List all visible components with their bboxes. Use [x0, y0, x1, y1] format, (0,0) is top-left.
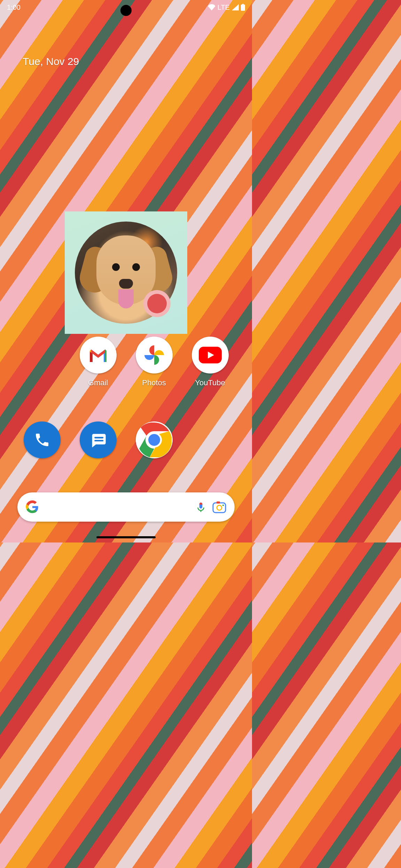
date-text: Tue, Nov 29 [23, 56, 79, 67]
dock-chrome[interactable] [136, 421, 173, 458]
dock-messages[interactable] [80, 421, 117, 458]
signal-icon [232, 4, 239, 10]
dock-phone[interactable] [24, 421, 61, 458]
nav-handle[interactable] [96, 536, 156, 538]
app-photos[interactable]: Photos [133, 337, 175, 387]
status-right: LTE [208, 3, 245, 11]
camera-lens-icon[interactable] [212, 501, 226, 513]
mic-icon[interactable] [195, 501, 207, 513]
messages-icon [89, 431, 107, 449]
status-bar: 1:00 LTE [0, 0, 252, 15]
search-bar[interactable] [17, 492, 235, 522]
svg-point-11 [222, 505, 224, 506]
chrome-icon [137, 423, 172, 457]
photos-icon [136, 337, 173, 373]
svg-rect-1 [242, 4, 244, 5]
phone-icon [34, 432, 50, 448]
battery-icon [241, 4, 245, 11]
app-gmail[interactable]: Gmail [77, 337, 119, 387]
google-logo-icon [26, 500, 39, 514]
svg-rect-0 [241, 5, 245, 11]
wifi-icon [208, 4, 215, 10]
svg-point-7 [148, 434, 160, 446]
contact-widget[interactable] [65, 211, 187, 334]
app-youtube[interactable]: YouTube [189, 337, 231, 387]
svg-rect-8 [213, 503, 226, 513]
date-widget[interactable]: Tue, Nov 29 [23, 56, 79, 67]
svg-rect-4 [94, 440, 103, 441]
contact-action-badge[interactable] [143, 290, 171, 317]
dock [0, 421, 252, 458]
network-label: LTE [218, 3, 230, 11]
app-label: Photos [142, 378, 166, 387]
svg-rect-3 [94, 437, 103, 438]
app-label: YouTube [195, 378, 225, 387]
app-row: Gmail Photos YouTube [0, 337, 252, 387]
youtube-icon [192, 337, 229, 373]
svg-rect-9 [217, 501, 220, 504]
gmail-icon [80, 337, 117, 373]
app-label: Gmail [88, 378, 108, 387]
svg-point-10 [217, 505, 222, 510]
status-time: 1:00 [7, 3, 21, 11]
